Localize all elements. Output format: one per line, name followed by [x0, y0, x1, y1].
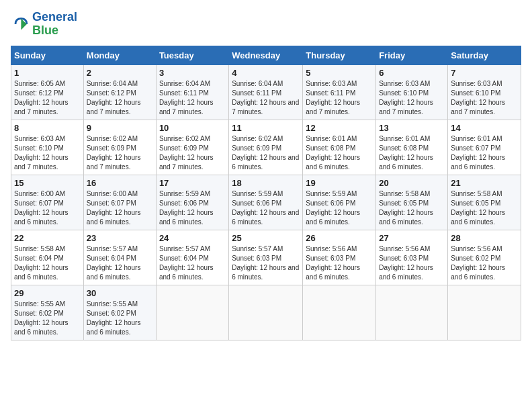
day-info: Sunrise: 6:01 AM Sunset: 6:07 PM Dayligh… [451, 134, 518, 172]
calendar-cell: 7 Sunrise: 6:03 AM Sunset: 6:10 PM Dayli… [448, 64, 521, 120]
day-number: 10 [159, 123, 226, 133]
calendar-week-row: 1 Sunrise: 6:05 AM Sunset: 6:12 PM Dayli… [11, 64, 521, 120]
day-info: Sunrise: 5:57 AM Sunset: 6:04 PM Dayligh… [159, 244, 226, 282]
calendar-cell: 13 Sunrise: 6:01 AM Sunset: 6:08 PM Dayl… [376, 120, 448, 175]
calendar-cell [303, 285, 376, 340]
day-info: Sunrise: 6:00 AM Sunset: 6:07 PM Dayligh… [14, 189, 81, 227]
calendar-cell: 29 Sunrise: 5:55 AM Sunset: 6:02 PM Dayl… [11, 285, 84, 340]
calendar-cell: 24 Sunrise: 5:57 AM Sunset: 6:04 PM Dayl… [156, 230, 228, 285]
day-info: Sunrise: 6:02 AM Sunset: 6:09 PM Dayligh… [159, 134, 226, 172]
calendar-cell: 18 Sunrise: 5:59 AM Sunset: 6:06 PM Dayl… [229, 175, 303, 230]
weekday-header-friday: Friday [376, 46, 448, 64]
day-info: Sunrise: 6:03 AM Sunset: 6:10 PM Dayligh… [451, 79, 518, 117]
logo-icon [11, 15, 30, 34]
day-number: 9 [87, 123, 153, 133]
logo: General Blue [11, 11, 77, 38]
day-number: 24 [159, 233, 226, 243]
day-number: 11 [232, 123, 300, 133]
day-number: 19 [306, 178, 373, 188]
calendar-header: SundayMondayTuesdayWednesdayThursdayFrid… [11, 46, 521, 64]
day-number: 20 [379, 178, 445, 188]
calendar-table: SundayMondayTuesdayWednesdayThursdayFrid… [11, 46, 521, 340]
day-number: 7 [451, 68, 518, 78]
day-number: 17 [159, 178, 226, 188]
calendar-cell: 12 Sunrise: 6:01 AM Sunset: 6:08 PM Dayl… [303, 120, 376, 175]
day-info: Sunrise: 6:03 AM Sunset: 6:11 PM Dayligh… [306, 79, 373, 117]
weekday-header-saturday: Saturday [448, 46, 521, 64]
weekday-header-tuesday: Tuesday [156, 46, 228, 64]
weekday-header-thursday: Thursday [303, 46, 376, 64]
calendar-cell: 6 Sunrise: 6:03 AM Sunset: 6:10 PM Dayli… [376, 64, 448, 120]
day-number: 30 [87, 288, 153, 298]
calendar-cell: 5 Sunrise: 6:03 AM Sunset: 6:11 PM Dayli… [303, 64, 376, 120]
calendar-cell: 15 Sunrise: 6:00 AM Sunset: 6:07 PM Dayl… [11, 175, 84, 230]
day-number: 27 [379, 233, 445, 243]
calendar-cell [229, 285, 303, 340]
day-number: 16 [87, 178, 153, 188]
day-number: 6 [379, 68, 445, 78]
calendar-cell: 23 Sunrise: 5:57 AM Sunset: 6:04 PM Dayl… [83, 230, 156, 285]
day-number: 21 [451, 178, 518, 188]
calendar-cell: 21 Sunrise: 5:58 AM Sunset: 6:05 PM Dayl… [448, 175, 521, 230]
weekday-header-wednesday: Wednesday [229, 46, 303, 64]
weekday-header-sunday: Sunday [11, 46, 84, 64]
weekday-header-monday: Monday [83, 46, 156, 64]
calendar-cell [448, 285, 521, 340]
day-info: Sunrise: 5:55 AM Sunset: 6:02 PM Dayligh… [87, 300, 153, 337]
day-number: 18 [232, 178, 300, 188]
calendar-cell: 30 Sunrise: 5:55 AM Sunset: 6:02 PM Dayl… [83, 285, 156, 340]
calendar-cell: 10 Sunrise: 6:02 AM Sunset: 6:09 PM Dayl… [156, 120, 228, 175]
day-info: Sunrise: 5:56 AM Sunset: 6:03 PM Dayligh… [379, 244, 445, 282]
day-info: Sunrise: 5:59 AM Sunset: 6:06 PM Dayligh… [159, 189, 226, 227]
day-info: Sunrise: 6:01 AM Sunset: 6:08 PM Dayligh… [379, 134, 445, 172]
day-info: Sunrise: 5:56 AM Sunset: 6:02 PM Dayligh… [451, 244, 518, 282]
day-info: Sunrise: 5:58 AM Sunset: 6:05 PM Dayligh… [451, 189, 518, 227]
calendar-cell: 25 Sunrise: 5:57 AM Sunset: 6:03 PM Dayl… [229, 230, 303, 285]
day-number: 14 [451, 123, 518, 133]
day-number: 5 [306, 68, 373, 78]
day-info: Sunrise: 5:58 AM Sunset: 6:04 PM Dayligh… [14, 244, 81, 282]
logo-text: General Blue [32, 11, 77, 38]
day-info: Sunrise: 6:03 AM Sunset: 6:10 PM Dayligh… [379, 79, 445, 117]
day-info: Sunrise: 6:05 AM Sunset: 6:12 PM Dayligh… [14, 79, 81, 117]
calendar-cell [376, 285, 448, 340]
day-info: Sunrise: 5:57 AM Sunset: 6:04 PM Dayligh… [87, 244, 153, 282]
day-info: Sunrise: 6:00 AM Sunset: 6:07 PM Dayligh… [87, 189, 153, 227]
day-info: Sunrise: 6:02 AM Sunset: 6:09 PM Dayligh… [232, 134, 300, 172]
day-info: Sunrise: 5:57 AM Sunset: 6:03 PM Dayligh… [232, 244, 300, 282]
calendar-cell: 14 Sunrise: 6:01 AM Sunset: 6:07 PM Dayl… [448, 120, 521, 175]
calendar-cell: 22 Sunrise: 5:58 AM Sunset: 6:04 PM Dayl… [11, 230, 84, 285]
day-number: 22 [14, 233, 81, 243]
page-header: General Blue [11, 11, 521, 38]
day-number: 4 [232, 68, 300, 78]
day-number: 15 [14, 178, 81, 188]
day-number: 28 [451, 233, 518, 243]
calendar-cell: 26 Sunrise: 5:56 AM Sunset: 6:03 PM Dayl… [303, 230, 376, 285]
calendar-week-row: 29 Sunrise: 5:55 AM Sunset: 6:02 PM Dayl… [11, 285, 521, 340]
day-info: Sunrise: 6:04 AM Sunset: 6:11 PM Dayligh… [232, 79, 300, 117]
calendar-cell: 3 Sunrise: 6:04 AM Sunset: 6:11 PM Dayli… [156, 64, 228, 120]
day-info: Sunrise: 5:59 AM Sunset: 6:06 PM Dayligh… [232, 189, 300, 227]
calendar-cell: 27 Sunrise: 5:56 AM Sunset: 6:03 PM Dayl… [376, 230, 448, 285]
day-info: Sunrise: 6:03 AM Sunset: 6:10 PM Dayligh… [14, 134, 81, 172]
calendar-cell: 4 Sunrise: 6:04 AM Sunset: 6:11 PM Dayli… [229, 64, 303, 120]
day-info: Sunrise: 5:59 AM Sunset: 6:06 PM Dayligh… [306, 189, 373, 227]
calendar-cell: 2 Sunrise: 6:04 AM Sunset: 6:12 PM Dayli… [83, 64, 156, 120]
day-info: Sunrise: 5:56 AM Sunset: 6:03 PM Dayligh… [306, 244, 373, 282]
day-number: 8 [14, 123, 81, 133]
day-info: Sunrise: 6:02 AM Sunset: 6:09 PM Dayligh… [87, 134, 153, 172]
calendar-week-row: 8 Sunrise: 6:03 AM Sunset: 6:10 PM Dayli… [11, 120, 521, 175]
calendar-cell: 17 Sunrise: 5:59 AM Sunset: 6:06 PM Dayl… [156, 175, 228, 230]
calendar-cell: 1 Sunrise: 6:05 AM Sunset: 6:12 PM Dayli… [11, 64, 84, 120]
calendar-week-row: 15 Sunrise: 6:00 AM Sunset: 6:07 PM Dayl… [11, 175, 521, 230]
day-number: 3 [159, 68, 226, 78]
calendar-cell: 9 Sunrise: 6:02 AM Sunset: 6:09 PM Dayli… [83, 120, 156, 175]
day-number: 29 [14, 288, 81, 298]
day-number: 25 [232, 233, 300, 243]
day-info: Sunrise: 5:55 AM Sunset: 6:02 PM Dayligh… [14, 300, 81, 337]
calendar-cell: 20 Sunrise: 5:58 AM Sunset: 6:05 PM Dayl… [376, 175, 448, 230]
day-number: 13 [379, 123, 445, 133]
calendar-week-row: 22 Sunrise: 5:58 AM Sunset: 6:04 PM Dayl… [11, 230, 521, 285]
day-number: 1 [14, 68, 81, 78]
day-number: 12 [306, 123, 373, 133]
